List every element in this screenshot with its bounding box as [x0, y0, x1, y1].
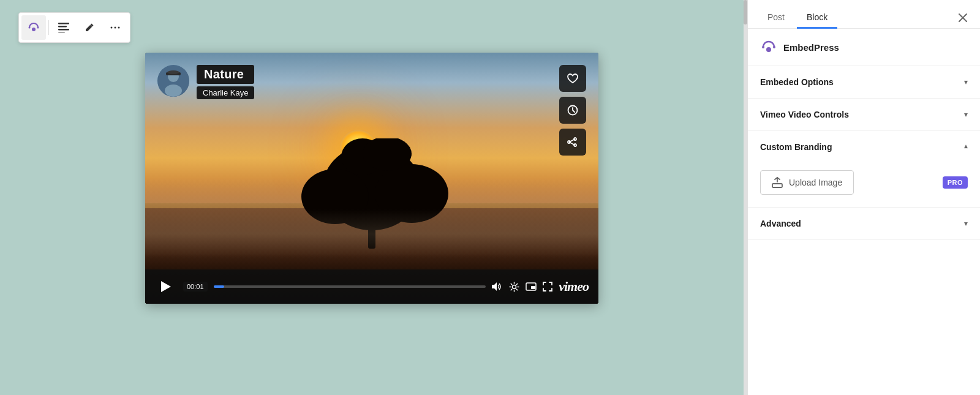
svg-rect-3: [58, 23, 69, 24]
embedded-options-section: Embeded Options ▾: [748, 66, 980, 99]
edit-button[interactable]: [77, 15, 102, 40]
scroll-indicator[interactable]: [744, 0, 747, 395]
fog-overlay: [145, 209, 598, 258]
sidebar: Post Block EmbedPress Embeded Options ▾ …: [747, 0, 980, 395]
chevron-down-icon-3: ▾: [964, 219, 968, 228]
tabs-container: Post Block: [758, 7, 837, 28]
advanced-toggle[interactable]: Advanced ▾: [748, 208, 980, 239]
custom-branding-toggle[interactable]: Custom Branding ▾: [748, 131, 980, 163]
volume-button[interactable]: [492, 282, 503, 292]
svg-point-8: [111, 27, 113, 29]
pip-button[interactable]: [526, 282, 537, 291]
svg-rect-32: [531, 286, 535, 289]
embedded-options-title: Embeded Options: [760, 77, 834, 87]
svg-point-2: [37, 27, 39, 29]
svg-point-35: [766, 47, 771, 52]
editor-area: Nature Charlie Kaye: [0, 0, 744, 395]
embedpress-toolbar-icon[interactable]: [21, 15, 46, 40]
progress-bar[interactable]: [214, 285, 486, 288]
video-author: Charlie Kaye: [197, 86, 254, 99]
svg-marker-29: [492, 282, 497, 291]
control-icons: vimeo: [492, 279, 589, 295]
sidebar-tabs: Post Block: [748, 0, 980, 29]
svg-rect-4: [58, 26, 67, 28]
svg-point-9: [115, 27, 116, 29]
share-button[interactable]: [559, 129, 586, 156]
video-title: Nature: [197, 65, 254, 84]
block-toolbar: [18, 12, 130, 43]
svg-point-10: [118, 27, 120, 29]
svg-point-37: [773, 46, 775, 48]
video-thumbnail: Nature Charlie Kaye: [145, 53, 598, 304]
settings-button[interactable]: [509, 282, 519, 292]
upload-image-button[interactable]: Upload Image: [760, 170, 854, 195]
ep-brand-title: EmbedPress: [783, 42, 839, 53]
align-button[interactable]: [51, 15, 76, 40]
avatar: [157, 65, 189, 97]
custom-branding-body: Upload Image PRO: [748, 163, 980, 207]
svg-point-19: [165, 85, 182, 97]
ep-header: EmbedPress: [748, 29, 980, 66]
svg-point-0: [32, 28, 36, 31]
advanced-section: Advanced ▾: [748, 208, 980, 240]
fullscreen-button[interactable]: [543, 282, 552, 292]
upload-icon: [772, 177, 783, 188]
pro-badge: PRO: [943, 176, 968, 189]
advanced-title: Advanced: [760, 219, 801, 228]
svg-point-36: [762, 46, 764, 48]
svg-point-1: [29, 27, 31, 29]
timestamp: 00:01: [183, 282, 208, 292]
toolbar-divider: [48, 20, 49, 35]
more-options-button[interactable]: [103, 15, 127, 40]
like-button[interactable]: [559, 65, 586, 92]
video-info-overlay: Nature Charlie Kaye: [157, 65, 254, 99]
vimeo-controls-title: Vimeo Video Controls: [760, 110, 849, 119]
custom-branding-section: Custom Branding ▾ Upload Image PRO: [748, 131, 980, 208]
chevron-down-icon-2: ▾: [964, 110, 968, 119]
chevron-up-icon: ▾: [964, 143, 968, 151]
vimeo-logo: vimeo: [559, 279, 589, 295]
video-title-block: Nature Charlie Kaye: [197, 65, 254, 99]
vimeo-controls-toggle[interactable]: Vimeo Video Controls ▾: [748, 99, 980, 130]
post-tab[interactable]: Post: [758, 7, 794, 29]
block-tab[interactable]: Block: [797, 7, 837, 29]
embedded-options-toggle[interactable]: Embeded Options ▾: [748, 66, 980, 98]
svg-point-21: [167, 70, 179, 74]
progress-fill: [214, 285, 225, 288]
close-button[interactable]: [956, 10, 970, 25]
svg-rect-38: [772, 184, 782, 187]
svg-rect-5: [58, 29, 69, 31]
video-actions: [559, 65, 586, 156]
video-controls: 00:01: [145, 269, 598, 304]
play-button[interactable]: [155, 276, 177, 298]
upload-area: Upload Image PRO: [760, 170, 968, 195]
chevron-down-icon: ▾: [964, 78, 968, 86]
svg-rect-6: [58, 32, 65, 32]
svg-point-30: [513, 285, 516, 288]
upload-image-label: Upload Image: [789, 178, 842, 187]
video-embed: Nature Charlie Kaye: [145, 53, 598, 304]
vimeo-controls-section: Vimeo Video Controls ▾: [748, 99, 980, 131]
watch-later-button[interactable]: [559, 97, 586, 124]
ep-logo-icon: [760, 39, 777, 56]
scroll-thumb: [744, 0, 747, 24]
svg-marker-28: [161, 281, 171, 292]
custom-branding-title: Custom Branding: [760, 142, 832, 152]
